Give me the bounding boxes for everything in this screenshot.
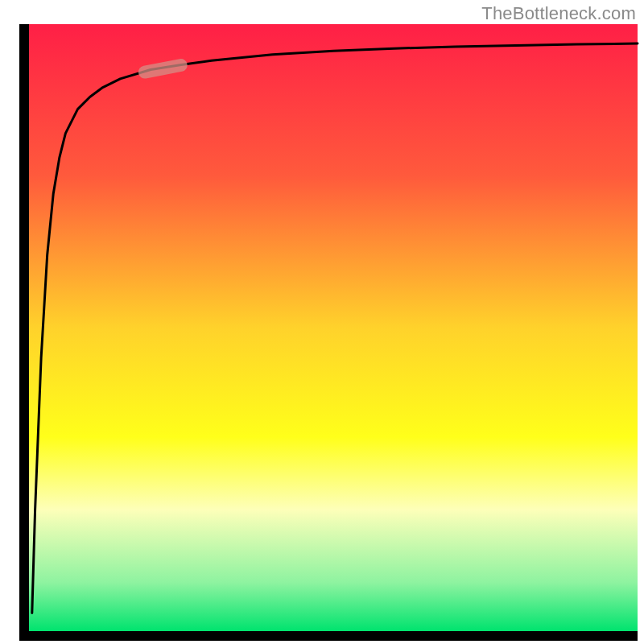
- y-axis: [19, 24, 29, 636]
- chart-svg: [0, 0, 644, 644]
- plot-gradient-background: [29, 24, 638, 631]
- attribution-label: TheBottleneck.com: [481, 3, 636, 24]
- x-axis: [19, 631, 638, 641]
- chart-canvas: TheBottleneck.com: [0, 0, 644, 644]
